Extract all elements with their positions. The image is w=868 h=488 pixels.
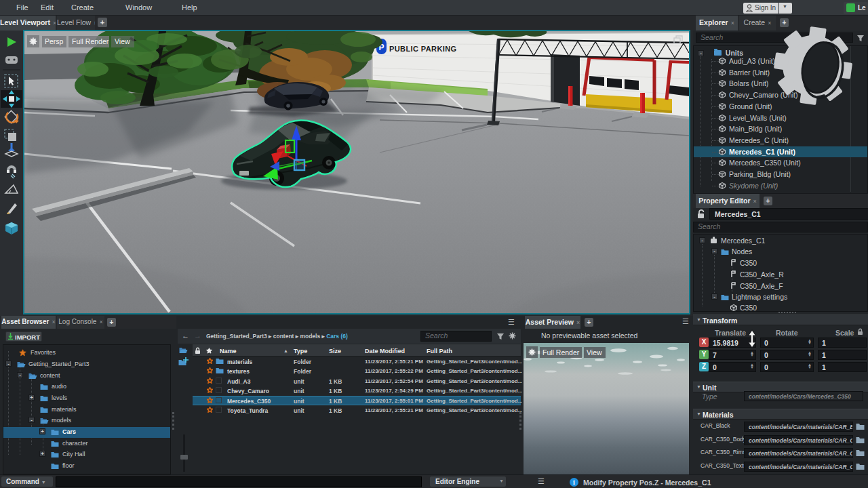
svg-text:PUBLIC PARKING: PUBLIC PARKING	[389, 45, 457, 53]
svg-text:View: View	[587, 348, 602, 357]
svg-text:Full Render: Full Render	[542, 348, 580, 357]
svg-text:View: View	[115, 37, 130, 45]
svg-text:Full Render: Full Render	[72, 37, 109, 45]
svg-text:Persp: Persp	[45, 37, 64, 45]
